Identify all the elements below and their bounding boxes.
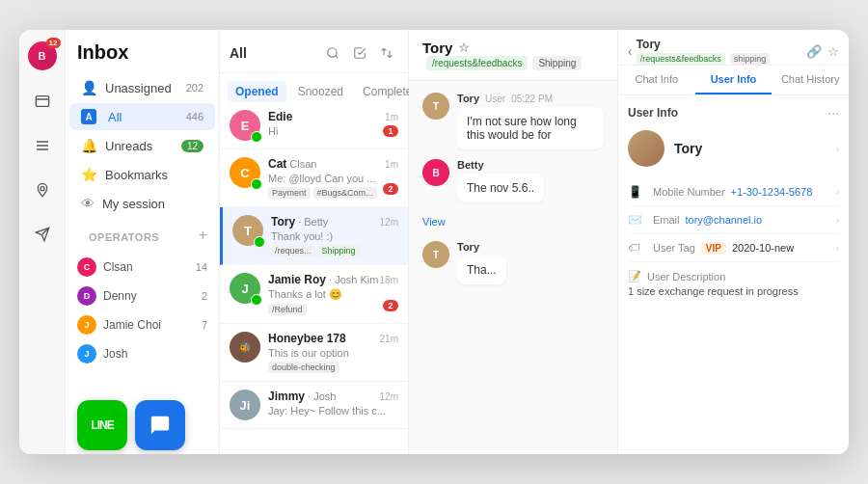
bookmarks-icon: ⭐	[81, 167, 97, 182]
tag-requests: /requests&feedbacks	[426, 56, 528, 70]
app-container: B 12 Inbox 👤 Unassigned 202 A All 446	[19, 30, 849, 454]
sidebar-operator-jamie-choi[interactable]: J Jamie Choi 7	[66, 310, 219, 339]
line-channel-badge	[251, 294, 262, 306]
betty-msg-sender: Betty	[457, 159, 484, 171]
location-icon[interactable]	[29, 176, 56, 203]
panel-tabs: Chat Info User Info Chat History	[618, 66, 849, 95]
tory-msg-time: 05:22 PM	[511, 94, 553, 104]
chat-tabs: Opened Snoozed Completed	[220, 73, 408, 102]
sidebar-item-my-session[interactable]: 👁 My session	[69, 190, 215, 217]
my-session-icon: 👁	[81, 196, 95, 211]
bookmarks-label: Bookmarks	[105, 168, 168, 182]
honeybee-time: 21m	[380, 334, 398, 344]
add-operator-button[interactable]: +	[199, 227, 207, 244]
tory-content: Tory · Betty 12m Thank you! :) /reques..…	[271, 215, 398, 256]
jimmy-time: 12m	[380, 391, 398, 402]
list-icon[interactable]	[29, 132, 56, 159]
list-item[interactable]: Ji Jimmy · Josh 12m Jay: Hey~ Follow thi…	[220, 382, 408, 429]
email-chevron: ›	[836, 215, 839, 226]
chat-list-title: All	[230, 45, 317, 61]
user-info-section-title: User Info	[628, 106, 827, 120]
sidebar-operator-josh[interactable]: J Josh	[66, 339, 219, 368]
edie-unread-badge: 1	[383, 125, 398, 137]
list-item[interactable]: J Jamie Roy · Josh Kim 18m Thanks a lot …	[220, 265, 408, 324]
star-icon[interactable]: ☆	[458, 40, 470, 55]
user-tag-label: User Tag	[653, 242, 695, 254]
all-label: All	[108, 110, 122, 124]
section-menu-button[interactable]: ···	[827, 105, 839, 121]
tab-chat-info[interactable]: Chat Info	[618, 66, 695, 94]
list-item[interactable]: E Edie 1m Hi 1	[220, 102, 408, 149]
cat-time: 1m	[385, 159, 398, 170]
tory-msg-sender: Tory	[457, 93, 479, 104]
honeybee-content: Honeybee 178 21m This is our option doub…	[268, 332, 398, 373]
jamie-roy-content: Jamie Roy · Josh Kim 18m Thanks a lot 😊 …	[268, 273, 398, 315]
jimmy-avatar: Ji	[230, 390, 260, 420]
inbox-icon[interactable]	[29, 88, 56, 115]
josh-avatar: J	[77, 344, 96, 363]
user-tag-icon: 🏷	[628, 241, 645, 255]
operators-header: Operators +	[66, 218, 219, 253]
honeybee-tags: double-checking	[268, 362, 398, 373]
edie-name: Edie	[268, 110, 292, 123]
filter-check-button[interactable]	[348, 41, 371, 65]
list-item-tory[interactable]: T Tory · Betty 12m Thank you! :) /reques…	[220, 207, 408, 265]
list-item[interactable]: C Cat Clsan 1m Me: @lloyd Can you ... Pa…	[220, 149, 408, 207]
honeybee-name: Honeybee 178	[268, 332, 346, 345]
panel-content: User Info ··· Tory › 📱 Mobile Number +1-…	[618, 95, 849, 454]
sidebar-item-all[interactable]: A All 446	[69, 103, 215, 130]
user-info-section-header: User Info ···	[628, 105, 839, 121]
honeybee-avatar: 🐝	[230, 332, 260, 363]
tory-assigned: · Betty	[298, 216, 328, 228]
tab-user-info[interactable]: User Info	[695, 66, 773, 94]
edie-time: 1m	[385, 112, 398, 122]
user-desc-icon: 📝	[628, 270, 641, 282]
cat-preview: Me: @lloyd Can you ...	[268, 173, 398, 184]
chat-list-panel: All Opened Snoozed Completed E	[220, 30, 409, 454]
link-icon[interactable]: 🔗	[806, 44, 822, 59]
sidebar-item-unreads[interactable]: 🔔 Unreads 12	[69, 132, 215, 159]
tory2-msg-sender: Tory	[457, 241, 479, 253]
profile-avatar-container: B 12	[28, 41, 57, 70]
sidebar-operator-clsan[interactable]: C Clsan 14	[66, 253, 219, 282]
email-row[interactable]: ✉️ Email tory@channel.io ›	[628, 206, 839, 234]
tory-time: 12m	[380, 217, 398, 228]
my-session-label: My session	[102, 197, 165, 211]
chat-header-tags: /requests&feedbacks Shipping	[426, 56, 582, 70]
view-more-button[interactable]: View	[422, 212, 604, 231]
tab-snoozed[interactable]: Snoozed	[290, 81, 351, 102]
message-row: T Tory Tha...	[422, 241, 604, 284]
tory2-msg-content: Tory Tha...	[457, 241, 604, 284]
chat-contact-name: Tory ☆	[422, 40, 582, 56]
line-app-badge[interactable]: LINE	[77, 400, 127, 450]
jimmy-name: Jimmy · Josh	[268, 390, 336, 403]
sidebar-item-unassigned[interactable]: 👤 Unassigned 202	[69, 74, 215, 101]
tag-shipping: Shipping	[532, 56, 582, 70]
search-button[interactable]	[321, 41, 344, 65]
tab-opened[interactable]: Opened	[228, 81, 286, 102]
rp-contact-info: Tory /requests&feedbacks shipping	[637, 38, 806, 65]
chatwoot-badge[interactable]	[135, 400, 185, 450]
all-count: 446	[186, 111, 203, 122]
edie-avatar: E	[230, 110, 260, 141]
mobile-label: Mobile Number	[653, 186, 725, 198]
tory2-msg-avatar: T	[422, 241, 449, 268]
sort-button[interactable]	[375, 41, 398, 65]
user-tag-row[interactable]: 🏷 User Tag VIP 2020-10-new ›	[628, 234, 839, 262]
list-item[interactable]: 🐝 Honeybee 178 21m This is our option do…	[220, 324, 408, 382]
bookmark-icon[interactable]: ☆	[827, 44, 839, 59]
tory-preview: Thank you! :)	[271, 230, 398, 242]
tab-chat-history[interactable]: Chat History	[772, 66, 849, 94]
josh-name: Josh	[103, 347, 127, 361]
user-name: Tory	[674, 141, 827, 156]
jimmy-preview: Jay: Hey~ Follow this c...	[268, 405, 398, 417]
jamie-roy-avatar: J	[230, 273, 260, 304]
jamie-choi-name: Jamie Choi	[103, 318, 161, 332]
back-button[interactable]: ‹	[628, 43, 633, 59]
email-icon: ✉️	[628, 213, 645, 227]
sidebar-operator-denny[interactable]: D Denny 2	[66, 282, 219, 310]
right-panel-contact-header: ‹ Tory /requests&feedbacks shipping 🔗 ☆	[618, 30, 849, 66]
send-icon[interactable]	[29, 221, 56, 248]
mobile-number-row[interactable]: 📱 Mobile Number +1-30-1234-5678 ›	[628, 178, 839, 206]
sidebar-item-bookmarks[interactable]: ⭐ Bookmarks	[69, 161, 215, 188]
